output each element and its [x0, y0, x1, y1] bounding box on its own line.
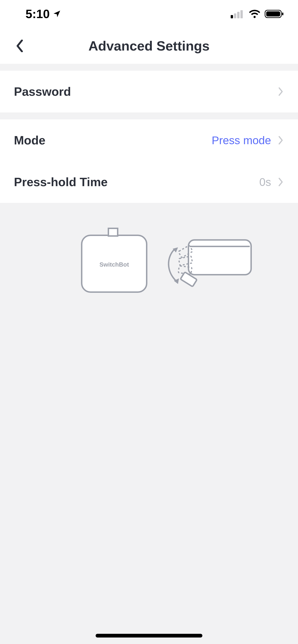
press-hold-time-row[interactable]: Press-hold Time 0s	[0, 161, 298, 203]
app-header: Advanced Settings	[0, 28, 298, 64]
chevron-right-icon	[277, 177, 284, 187]
wifi-icon	[249, 10, 260, 18]
svg-rect-6	[282, 12, 283, 15]
mode-illustration: SwitchBot	[0, 203, 298, 296]
cellular-icon	[231, 10, 245, 18]
chevron-left-icon	[16, 40, 24, 52]
back-button[interactable]	[14, 40, 26, 52]
home-indicator	[96, 634, 202, 638]
mode-value: Press mode	[212, 134, 271, 147]
device-label: SwitchBot	[99, 261, 129, 268]
svg-rect-8	[108, 228, 118, 236]
password-row[interactable]: Password	[0, 71, 298, 112]
svg-rect-1	[234, 14, 236, 18]
chevron-right-icon	[277, 135, 284, 146]
status-bar: 5:10	[0, 0, 298, 28]
svg-rect-2	[237, 12, 239, 18]
location-icon	[53, 10, 61, 18]
device-side-icon	[168, 240, 251, 287]
svg-rect-9	[188, 240, 251, 275]
mode-label: Mode	[14, 133, 46, 147]
status-time: 5:10	[26, 7, 50, 21]
svg-rect-5	[266, 11, 280, 16]
section-gap	[0, 112, 298, 120]
svg-rect-3	[240, 10, 243, 18]
section-gap	[0, 64, 298, 71]
page-title: Advanced Settings	[88, 38, 210, 54]
mode-row[interactable]: Mode Press mode	[0, 120, 298, 161]
svg-rect-0	[231, 15, 233, 18]
battery-icon	[264, 9, 284, 18]
chevron-right-icon	[277, 86, 284, 97]
press-hold-time-value: 0s	[259, 176, 271, 188]
press-hold-time-label: Press-hold Time	[14, 175, 108, 189]
password-label: Password	[14, 84, 71, 98]
status-left: 5:10	[26, 7, 61, 21]
device-front-icon: SwitchBot	[82, 228, 147, 292]
status-right	[231, 9, 284, 18]
